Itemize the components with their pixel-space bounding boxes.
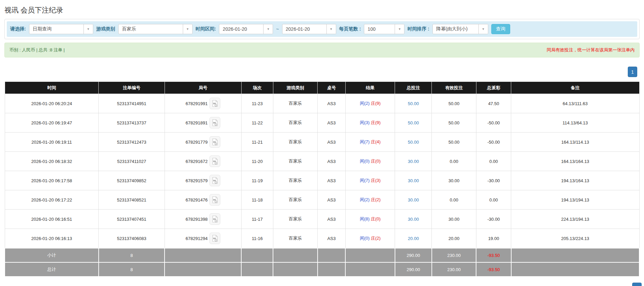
total-bet-link[interactable]: 20.00 bbox=[408, 236, 419, 241]
cell-bet-id: 523137413737 bbox=[99, 113, 165, 133]
cell-empty bbox=[318, 262, 346, 277]
cell-empty bbox=[345, 262, 395, 277]
cell-remark: 64.13/111.63 bbox=[511, 94, 639, 113]
video-replay-button[interactable] bbox=[209, 213, 220, 225]
cell-valid-bet: 0.00 bbox=[432, 190, 476, 210]
round-id-text: 678291891 bbox=[185, 120, 207, 125]
cell-time: 2026-01-20 06:19:47 bbox=[5, 113, 99, 133]
video-replay-button[interactable] bbox=[209, 136, 220, 148]
cell-table-no: AS3 bbox=[318, 229, 346, 248]
summary-row: 总计8290.00230.00-93.50 bbox=[5, 262, 639, 277]
video-replay-icon bbox=[212, 177, 218, 184]
date-from-select[interactable]: 2026-01-20 ▼ bbox=[219, 24, 273, 34]
video-replay-button[interactable] bbox=[209, 98, 220, 109]
total-bet-link[interactable]: 30.00 bbox=[408, 217, 419, 222]
table-row: 2026-01-20 06:17:58523137409852678291579… bbox=[5, 171, 639, 190]
round-id-text: 678291294 bbox=[185, 236, 207, 241]
cell-empty bbox=[165, 262, 241, 277]
video-replay-button[interactable] bbox=[209, 175, 220, 186]
cell-game-type: 百家乐 bbox=[273, 94, 317, 113]
cell-session: 11-23 bbox=[241, 94, 273, 113]
total-bet-link[interactable]: 50.00 bbox=[408, 120, 419, 125]
column-header: 备注 bbox=[511, 82, 639, 94]
cell-session: 11-19 bbox=[241, 171, 273, 190]
cell-valid-bet: 0.00 bbox=[432, 152, 476, 171]
cell-payout: -50.00 bbox=[476, 133, 511, 152]
cell-time: 2026-01-20 06:17:58 bbox=[5, 171, 99, 190]
video-replay-button[interactable] bbox=[209, 233, 220, 244]
cell-total-bet: 30.00 bbox=[395, 210, 432, 229]
chevron-down-icon: ▼ bbox=[83, 24, 93, 34]
total-bet-link[interactable]: 30.00 bbox=[408, 159, 419, 164]
video-replay-icon bbox=[212, 158, 218, 165]
cell-total-bet: 30.00 bbox=[395, 171, 432, 190]
result-player: 闲(2) bbox=[360, 101, 370, 106]
result-banker: 庄(9) bbox=[371, 101, 380, 106]
cell-remark: 194.13/164.13 bbox=[511, 171, 639, 190]
cell-empty bbox=[511, 262, 639, 277]
cell-payout: 47.50 bbox=[476, 94, 511, 113]
search-button[interactable]: 查询 bbox=[491, 24, 510, 34]
result-player: 闲(8) bbox=[360, 216, 370, 221]
video-replay-button[interactable] bbox=[209, 156, 220, 167]
cell-result: 闲(2) 庄(9) bbox=[345, 94, 395, 113]
cell-remark: 194.13/194.13 bbox=[511, 190, 639, 210]
result-player: 闲(2) bbox=[360, 197, 370, 202]
round-id-text: 678291579 bbox=[185, 178, 207, 183]
cell-round-id: 678291891 bbox=[165, 113, 241, 133]
cell-session: 11-18 bbox=[241, 190, 273, 210]
cell-remark: 205.13/224.13 bbox=[511, 229, 639, 248]
cell-total-bet: 50.00 bbox=[395, 133, 432, 152]
game-type-select[interactable]: 百家乐 ▼ bbox=[118, 24, 193, 34]
cell-table-no: AS3 bbox=[318, 171, 346, 190]
result-player: 闲(0) bbox=[360, 236, 370, 241]
cell-game-type: 百家乐 bbox=[273, 171, 317, 190]
chevron-down-icon: ▼ bbox=[326, 24, 336, 34]
cell-bet-id: 523137414951 bbox=[99, 94, 165, 113]
cell-empty bbox=[241, 262, 273, 277]
summary-count: 8 bbox=[99, 262, 165, 277]
cell-table-no: AS3 bbox=[318, 113, 346, 133]
query-type-select[interactable]: 日期查询 ▼ bbox=[29, 24, 93, 34]
pagination-page-1-bottom[interactable]: 1 bbox=[632, 283, 642, 286]
time-order-select[interactable]: 降幂(由大到小) ▼ bbox=[432, 24, 488, 34]
cell-payout: -30.00 bbox=[476, 210, 511, 229]
cell-table-no: AS3 bbox=[318, 190, 346, 210]
cell-bet-id: 523137412473 bbox=[99, 133, 165, 152]
round-id-text: 678291398 bbox=[185, 217, 207, 222]
date-range-tilde: ~ bbox=[276, 26, 279, 32]
chevron-down-icon: ▼ bbox=[263, 24, 273, 34]
date-to-select[interactable]: 2026-01-20 ▼ bbox=[282, 24, 336, 34]
column-header: 总派彩 bbox=[476, 82, 511, 94]
cell-table-no: AS3 bbox=[318, 133, 346, 152]
cell-valid-bet: 50.00 bbox=[432, 94, 476, 113]
total-bet-link[interactable]: 50.00 bbox=[408, 140, 419, 145]
total-bet-link[interactable]: 30.00 bbox=[408, 178, 419, 183]
cell-table-no: AS3 bbox=[318, 152, 346, 171]
summary-payout: -93.50 bbox=[476, 248, 511, 262]
cell-game-type: 百家乐 bbox=[273, 190, 317, 210]
cell-payout: 19.00 bbox=[476, 229, 511, 248]
video-replay-button[interactable] bbox=[209, 117, 220, 128]
cell-bet-id: 523137409852 bbox=[99, 171, 165, 190]
cell-payout: -30.00 bbox=[476, 171, 511, 190]
cell-session: 11-22 bbox=[241, 113, 273, 133]
table-header-row: 时间注单编号局号场次游戏类别桌号结果总投注有效投注总派彩备注 bbox=[5, 82, 639, 94]
chevron-down-icon: ▼ bbox=[183, 24, 192, 34]
pagination-page-1[interactable]: 1 bbox=[628, 67, 637, 77]
cell-empty bbox=[273, 248, 317, 262]
cell-valid-bet: 30.00 bbox=[432, 171, 476, 190]
video-replay-button[interactable] bbox=[209, 194, 220, 206]
page-size-select[interactable]: 100 ▼ bbox=[364, 24, 404, 34]
cell-time: 2026-01-20 06:17:22 bbox=[5, 190, 99, 210]
cell-game-type: 百家乐 bbox=[273, 229, 317, 248]
query-type-value: 日期查询 bbox=[29, 24, 83, 34]
total-bet-link[interactable]: 50.00 bbox=[408, 101, 419, 106]
date-from-value: 2026-01-20 bbox=[219, 24, 263, 34]
cell-bet-id: 523137408521 bbox=[99, 190, 165, 210]
column-header: 总投注 bbox=[395, 82, 432, 94]
total-bet-link[interactable]: 30.00 bbox=[408, 197, 419, 202]
cell-result: 闲(0) 庄(2) bbox=[345, 229, 395, 248]
result-banker: 庄(2) bbox=[371, 236, 380, 241]
cell-session: 11-17 bbox=[241, 210, 273, 229]
